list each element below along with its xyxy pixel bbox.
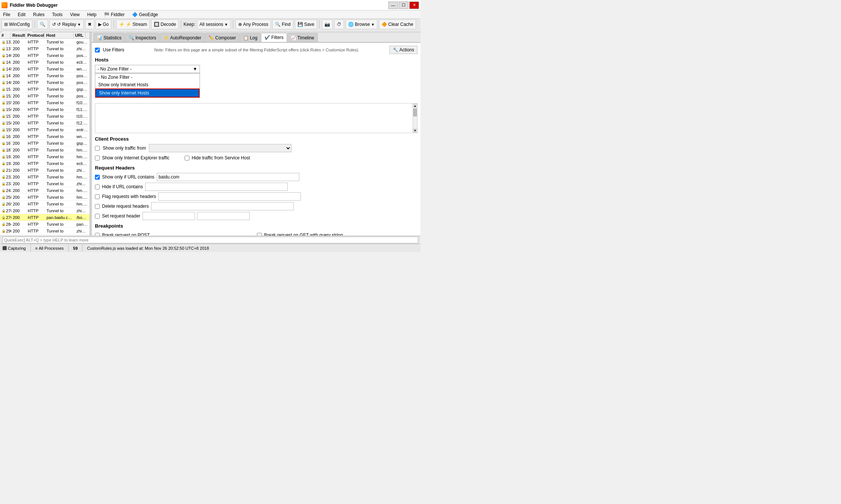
tab-inspectors[interactable]: 🔍 Inspectors [125, 33, 159, 42]
hide-url-contains-checkbox[interactable] [95, 184, 100, 189]
table-row[interactable]: 🔒 152 200 HTTP Tunnel to pos.baidu.com:4… [0, 93, 90, 99]
any-process-button[interactable]: ⊕ Any Process [236, 20, 271, 29]
decode-button[interactable]: 🔲 Decode [151, 20, 179, 29]
table-row[interactable]: 🔒 265 200 HTTP Tunnel to hm.baidu.com:44… [0, 201, 90, 207]
zone-option-none[interactable]: - No Zone Filter - [95, 74, 200, 81]
zone-option-internet[interactable]: Show only Internet Hosts [95, 88, 200, 98]
table-row[interactable]: 🔒 156 200 HTTP Tunnel to f11.baidu.com:4… [0, 106, 90, 113]
table-row[interactable]: 🔒 159 200 HTTP Tunnel to entry.baidu.com… [0, 126, 90, 133]
set-header-checkbox[interactable] [95, 214, 100, 219]
break-post-checkbox[interactable] [95, 233, 100, 236]
table-row[interactable]: 🔒 258 200 HTTP Tunnel to hm.baidu.com:44… [0, 194, 90, 201]
show-traffic-checkbox[interactable] [95, 146, 100, 151]
table-row[interactable]: 🔒 270 200 HTTP Tunnel to zhidao.baidu.co… [0, 207, 90, 214]
menu-rules[interactable]: Rules [32, 12, 46, 18]
use-filters-checkbox[interactable] [95, 48, 100, 52]
lock-icon: 🔒 [2, 108, 6, 111]
menu-edit[interactable]: Edit [16, 12, 27, 18]
menu-tools[interactable]: Tools [51, 12, 64, 18]
keep-sessions-dropdown[interactable]: All sessions ▼ [197, 20, 231, 29]
table-row[interactable]: 🔒 151 200 HTTP Tunnel to gsp0.baidu.com:… [0, 86, 90, 93]
clear-cache-button[interactable]: 🔶 Clear Cache [379, 20, 416, 29]
break-get-checkbox[interactable] [257, 233, 262, 236]
delete-headers-input[interactable] [151, 202, 294, 210]
timer-button[interactable]: ⏱ [334, 20, 344, 29]
table-row[interactable]: 🔒 187 200 HTTP Tunnel to hm.baidu.com:44… [0, 147, 90, 153]
tab-composer[interactable]: ✏️ Composer [205, 33, 239, 42]
cell-protocol: HTTP [26, 141, 45, 146]
table-row[interactable]: 🔒 155 200 HTTP Tunnel to f10.baidu.com:4… [0, 99, 90, 106]
cell-host: Tunnel to [45, 188, 75, 193]
table-row[interactable]: 🔒 299 200 HTTP Tunnel to map.baidu.com:4… [0, 234, 90, 236]
show-ie-checkbox[interactable] [95, 156, 100, 160]
stream-button[interactable]: ⚡ ⚡ Stream [116, 20, 150, 29]
save-button[interactable]: 💾 Save [295, 20, 317, 29]
delete-headers-checkbox[interactable] [95, 204, 100, 209]
table-row[interactable]: 🔒 148 200 HTTP Tunnel to pos.baidu.com:4… [0, 79, 90, 86]
menu-file[interactable]: File [2, 12, 12, 18]
table-row[interactable]: 🔒 141 200 HTTP Tunnel to eclick.baidu.co… [0, 59, 90, 66]
hosts-scroll-thumb[interactable] [413, 109, 417, 116]
set-header-name-input[interactable] [143, 212, 195, 220]
screenshot-button[interactable]: 📷 [322, 20, 333, 29]
table-row[interactable]: 🔒 158 200 HTTP Tunnel to f12.baidu.com:4… [0, 120, 90, 126]
go2-button[interactable]: ▶ Go [96, 20, 111, 29]
table-row[interactable]: 🔒 276 200 HTTP pan.baidu.com /box-static… [0, 214, 90, 221]
table-row[interactable]: 🔒 232 200 HTTP Tunnel to hm.baidu.com:44… [0, 174, 90, 180]
maximize-button[interactable]: ☐ [399, 2, 408, 9]
tab-autoresponder[interactable]: ⚡ AutoResponder [160, 33, 204, 42]
cell-result: 200 [11, 66, 26, 72]
tab-timeline[interactable]: 📈 Timeline [287, 33, 318, 42]
table-row[interactable]: 🔒 284 200 HTTP Tunnel to pan.baidu.com:4… [0, 221, 90, 228]
table-row[interactable]: 🔒 147 200 HTTP Tunnel to pos.baidu.com:4… [0, 72, 90, 79]
hosts-scroll-down[interactable]: ▼ [413, 128, 417, 133]
session-list[interactable]: 🔒 132 200 HTTP Tunnel to goutong.baidu.c… [0, 39, 90, 236]
table-row[interactable]: 🔒 145 200 HTTP Tunnel to wn.pos.baidu.co… [0, 66, 90, 72]
close-button[interactable]: ✕ [409, 2, 419, 9]
tab-filters[interactable]: ✔️ Filters [261, 33, 287, 42]
go-button[interactable]: ✖ [85, 20, 94, 29]
table-row[interactable]: 🔒 140 200 HTTP Tunnel to pos.baidu.com:4… [0, 52, 90, 59]
set-header-value-input[interactable] [197, 212, 250, 220]
table-row[interactable]: 🔒 192 200 HTTP Tunnel to hm.baidu.com:44… [0, 153, 90, 160]
cell-num: 🔒 167 [0, 141, 11, 146]
table-row[interactable]: 🔒 132 200 HTTP Tunnel to goutong.baidu.c… [0, 39, 90, 45]
minimize-button[interactable]: — [388, 2, 398, 9]
table-row[interactable]: 🔒 243 200 HTTP Tunnel to hm.baidu.com:44… [0, 187, 90, 194]
zone-filter-dropdown[interactable]: - No Zone Filter - ▼ [95, 65, 200, 73]
table-row[interactable]: 🔒 233 200 HTTP Tunnel to zhidao.baidu.co… [0, 180, 90, 187]
tab-log[interactable]: 📋 Log [240, 33, 261, 42]
hide-service-host-checkbox[interactable] [185, 156, 189, 160]
flag-requests-checkbox[interactable] [95, 194, 100, 199]
scroll-placeholder [86, 32, 90, 38]
browse-button[interactable]: 🌐 Browse ▼ [345, 20, 377, 29]
flag-requests-input[interactable] [158, 192, 301, 201]
table-row[interactable]: 🔒 137 200 HTTP Tunnel to zhidao.baidu.co… [0, 45, 90, 52]
menu-geoedge[interactable]: 🔷 GeoEdge [131, 12, 159, 18]
hosts-scroll-up[interactable]: ▲ [413, 104, 417, 108]
traffic-process-select[interactable] [149, 144, 291, 152]
actions-button[interactable]: 🔧 Actions [389, 46, 417, 54]
zone-option-intranet[interactable]: Show only Intranet Hosts [95, 81, 200, 88]
quickexec-input[interactable] [2, 237, 418, 243]
menu-fiddler[interactable]: 🏁 Fiddler [102, 12, 126, 18]
tab-statistics[interactable]: 📊 Statistics [93, 33, 125, 42]
table-row[interactable]: 🔒 218 200 HTTP Tunnel to zhidao.baidu.co… [0, 167, 90, 174]
cell-url: zhidao.baidu.com:443 [75, 46, 90, 51]
table-row[interactable]: 🔒 290 200 HTTP Tunnel to zhidao.baidu.co… [0, 228, 90, 234]
find-button[interactable]: 🔍 Find [272, 20, 293, 29]
hide-url-contains-input[interactable] [145, 183, 288, 191]
table-row[interactable]: 🔒 193 200 HTTP Tunnel to eclick.baidu.co… [0, 160, 90, 167]
show-url-contains-input[interactable] [157, 173, 299, 181]
cell-num: 🔒 187 [0, 147, 11, 153]
winconfig-button[interactable]: ⊞ WinConfig [2, 20, 32, 29]
menu-view[interactable]: View [69, 12, 81, 18]
menu-help[interactable]: Help [86, 12, 98, 18]
search-icon-btn[interactable]: 🔍 [37, 20, 48, 29]
table-row[interactable]: 🔒 157 200 HTTP Tunnel to t10.baidu.com:4… [0, 113, 90, 120]
decode-icon: 🔲 [154, 22, 159, 27]
replay-button[interactable]: ↺ ↺ Replay ▼ [50, 20, 84, 29]
table-row[interactable]: 🔒 161 200 HTTP Tunnel to wn.pos.baidu.co… [0, 133, 90, 140]
table-row[interactable]: 🔒 167 200 HTTP Tunnel to gsp0.baidu.com:… [0, 140, 90, 147]
show-url-contains-checkbox[interactable] [95, 175, 100, 180]
